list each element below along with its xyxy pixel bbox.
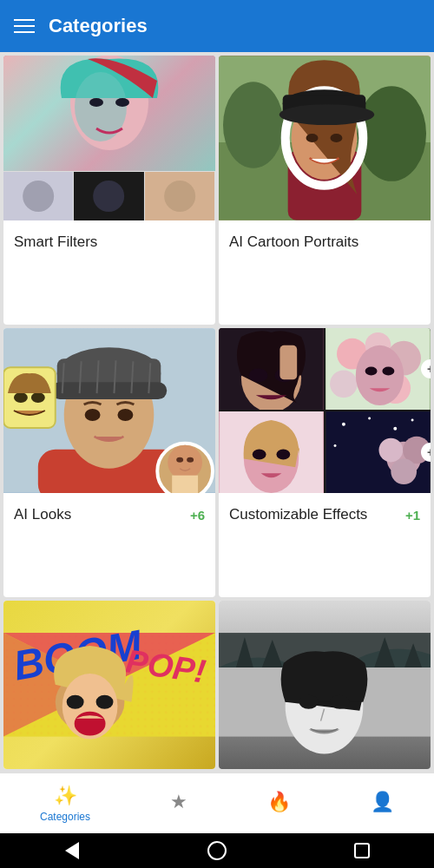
recents-button[interactable] (352, 840, 372, 861)
svg-point-42 (168, 445, 202, 480)
svg-point-67 (393, 427, 397, 431)
nav-item-profile[interactable]: 👤 (357, 784, 408, 824)
nav-item-trending[interactable]: 🔥 (253, 784, 305, 824)
svg-point-44 (176, 457, 183, 463)
categories-nav-label: Categories (40, 811, 90, 823)
svg-point-65 (342, 423, 345, 426)
svg-point-95 (330, 695, 349, 709)
svg-point-72 (378, 438, 403, 463)
customizable-effects-image: + (219, 328, 431, 493)
svg-point-48 (249, 369, 268, 383)
svg-point-9 (164, 181, 195, 212)
svg-point-20 (306, 134, 319, 142)
sf-thumb-1 (3, 172, 74, 220)
ai-looks-badge: +6 (190, 508, 205, 523)
trending-icon: 🔥 (267, 791, 291, 813)
category-card-bw-portrait[interactable] (219, 601, 431, 769)
svg-point-68 (411, 419, 414, 422)
nav-item-categories[interactable]: ✨ Categories (26, 778, 104, 830)
customizable-effects-label: Customizable Effects (229, 506, 367, 523)
sf-thumb-2 (74, 172, 144, 220)
category-card-comic-art[interactable]: BOOM POP! (3, 601, 215, 769)
svg-point-40 (31, 392, 45, 403)
profile-icon: 👤 (371, 791, 394, 813)
svg-point-39 (14, 392, 28, 403)
back-button[interactable] (62, 840, 82, 861)
ai-cartoon-image (219, 56, 431, 220)
header-title: Categories (49, 15, 148, 37)
svg-point-45 (187, 457, 194, 463)
svg-point-57 (356, 345, 404, 405)
hamburger-menu-button[interactable] (14, 19, 35, 33)
svg-point-66 (368, 418, 371, 420)
categories-grid: Smart Filters (0, 52, 434, 773)
smart-filters-label: Smart Filters (14, 233, 97, 251)
favorites-icon: ★ (170, 791, 187, 813)
svg-rect-50 (279, 345, 297, 380)
svg-point-74 (391, 459, 417, 485)
svg-point-85 (67, 695, 84, 709)
svg-point-2 (89, 98, 103, 107)
header: Categories (0, 0, 434, 52)
nav-item-favorites[interactable]: ★ (156, 784, 201, 824)
ai-looks-image (3, 328, 215, 493)
svg-point-86 (96, 695, 114, 709)
svg-point-12 (223, 82, 284, 168)
customizable-effects-badge: +1 (405, 508, 420, 523)
system-bar (0, 833, 434, 868)
svg-point-19 (279, 104, 375, 125)
svg-point-3 (115, 98, 129, 107)
svg-point-13 (357, 86, 426, 181)
svg-point-21 (330, 134, 342, 142)
svg-point-58 (365, 367, 378, 376)
category-card-ai-looks[interactable]: AI Looks +6 (3, 328, 215, 597)
bw-portrait-image (219, 601, 431, 769)
comic-art-image: BOOM POP! (3, 601, 215, 769)
category-card-smart-filters[interactable]: Smart Filters (3, 56, 215, 325)
svg-point-59 (382, 367, 394, 376)
bottom-nav: ✨ Categories ★ 🔥 👤 (0, 773, 434, 833)
svg-point-94 (299, 695, 319, 709)
category-card-customizable-effects[interactable]: + (219, 328, 431, 597)
svg-point-84 (75, 712, 106, 736)
categories-icon: ✨ (54, 785, 77, 807)
ai-looks-label: AI Looks (14, 506, 71, 523)
ai-cartoon-label: AI Cartoon Portraits (229, 233, 358, 251)
svg-rect-43 (172, 476, 198, 493)
svg-point-7 (93, 181, 124, 212)
svg-point-62 (253, 450, 266, 460)
home-button[interactable] (207, 840, 227, 861)
sf-thumb-3 (145, 172, 215, 220)
svg-point-5 (23, 181, 54, 212)
smart-filters-image (3, 56, 215, 220)
svg-point-55 (330, 371, 358, 398)
svg-point-36 (117, 409, 133, 421)
category-card-ai-cartoon[interactable]: AI Cartoon Portraits (219, 56, 431, 325)
svg-point-35 (85, 409, 101, 421)
svg-point-63 (276, 450, 290, 460)
svg-point-69 (334, 444, 337, 447)
